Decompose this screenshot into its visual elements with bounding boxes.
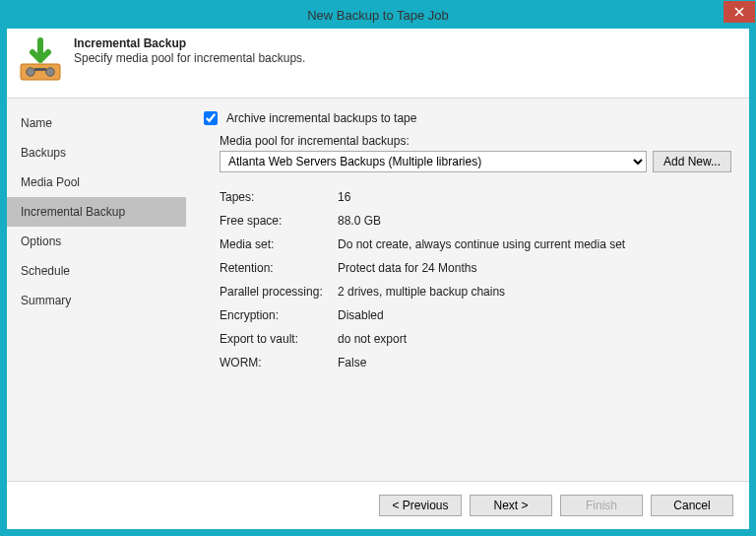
stat-row-free-space: Free space: 88.0 GB	[220, 214, 731, 228]
stat-row-media-set: Media set: Do not create, always continu…	[220, 237, 731, 251]
stat-row-parallel-processing: Parallel processing: 2 drives, multiple …	[220, 285, 731, 299]
stat-label: Parallel processing:	[220, 285, 338, 299]
media-pool-row: Atlanta Web Servers Backups (Multiple li…	[220, 151, 731, 172]
window-inner: Incremental Backup Specify media pool fo…	[7, 29, 749, 529]
stat-row-tapes: Tapes: 16	[220, 190, 731, 204]
media-pool-label: Media pool for incremental backups:	[220, 134, 731, 148]
window-title: New Backup to Tape Job	[307, 8, 449, 23]
sidebar-item-options[interactable]: Options	[7, 227, 186, 256]
stat-row-retention: Retention: Protect data for 24 Months	[220, 261, 731, 275]
stat-value: 88.0 GB	[338, 214, 381, 228]
stat-value: False	[338, 356, 366, 369]
sidebar-item-incremental-backup[interactable]: Incremental Backup	[7, 197, 186, 227]
stats-block: Tapes: 16 Free space: 88.0 GB Media set:…	[220, 190, 731, 369]
svg-point-1	[27, 68, 34, 76]
finish-button: Finish	[560, 495, 643, 516]
next-button[interactable]: Next >	[470, 495, 552, 516]
stat-label: Encryption:	[220, 308, 338, 322]
page-title: Incremental Backup	[74, 36, 305, 50]
svg-rect-3	[34, 68, 46, 71]
stat-row-worm: WORM: False	[220, 356, 731, 369]
stat-row-export-to-vault: Export to vault: do not export	[220, 332, 731, 346]
sidebar-item-backups[interactable]: Backups	[7, 138, 186, 168]
stat-row-encryption: Encryption: Disabled	[220, 308, 731, 322]
archive-checkbox-row: Archive incremental backups to tape	[200, 108, 731, 128]
stat-label: WORM:	[220, 356, 338, 369]
sidebar-item-name[interactable]: Name	[7, 108, 186, 138]
close-button[interactable]	[724, 1, 755, 23]
stat-label: Retention:	[220, 261, 338, 275]
sidebar-item-summary[interactable]: Summary	[7, 286, 186, 315]
dialog-window: New Backup to Tape Job Incremental Backu…	[0, 0, 756, 536]
svg-point-2	[46, 68, 54, 76]
sidebar-item-schedule[interactable]: Schedule	[7, 256, 186, 286]
stat-value: Disabled	[338, 308, 384, 322]
content-panel: Archive incremental backups to tape Medi…	[186, 99, 749, 481]
archive-checkbox-label: Archive incremental backups to tape	[226, 111, 416, 125]
page-subtitle: Specify media pool for incremental backu…	[74, 51, 305, 65]
add-new-button[interactable]: Add New...	[653, 151, 731, 172]
stat-value: 16	[338, 190, 350, 204]
stat-label: Media set:	[220, 237, 338, 251]
body: Name Backups Media Pool Incremental Back…	[7, 98, 749, 482]
stat-label: Free space:	[220, 214, 338, 228]
sidebar: Name Backups Media Pool Incremental Back…	[7, 99, 186, 481]
stat-value: do not export	[338, 332, 407, 346]
header: Incremental Backup Specify media pool fo…	[7, 29, 749, 88]
cancel-button[interactable]: Cancel	[651, 495, 733, 516]
tape-drive-icon	[17, 36, 64, 84]
stat-label: Export to vault:	[220, 332, 338, 346]
titlebar: New Backup to Tape Job	[1, 1, 755, 29]
sidebar-item-media-pool[interactable]: Media Pool	[7, 168, 186, 197]
close-icon	[734, 7, 744, 17]
header-text: Incremental Backup Specify media pool fo…	[74, 36, 305, 65]
stat-value: Do not create, always continue using cur…	[338, 237, 625, 251]
stat-value: Protect data for 24 Months	[338, 261, 476, 275]
footer: < Previous Next > Finish Cancel	[7, 482, 749, 529]
previous-button[interactable]: < Previous	[379, 495, 462, 516]
media-pool-select[interactable]: Atlanta Web Servers Backups (Multiple li…	[220, 151, 647, 172]
archive-checkbox[interactable]	[204, 111, 218, 125]
stat-value: 2 drives, multiple backup chains	[338, 285, 505, 299]
stat-label: Tapes:	[220, 190, 338, 204]
